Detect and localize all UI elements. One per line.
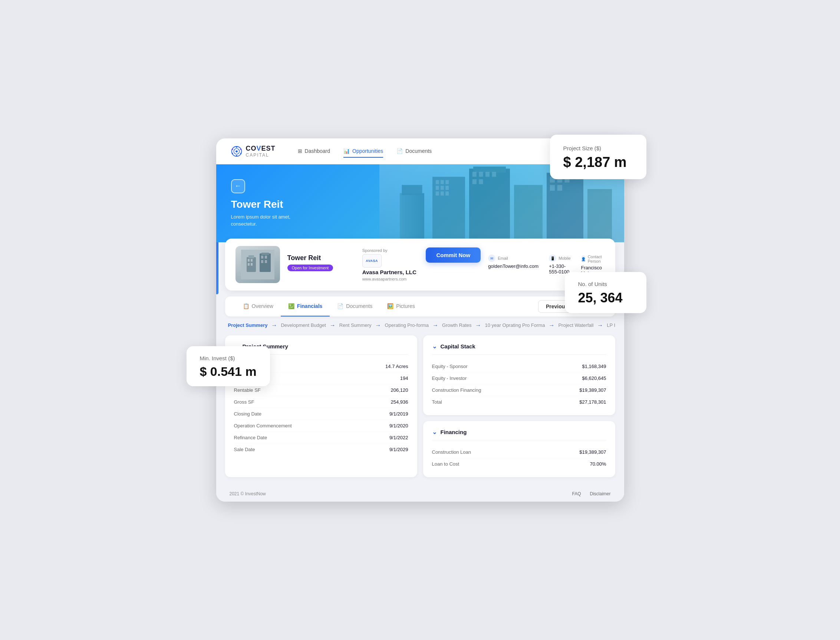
svg-point-4 bbox=[240, 149, 241, 150]
capital-stack-section: ⌄ Capital Stack Equity - Sponsor $1,168,… bbox=[423, 335, 615, 415]
sponsored-label: Sponsored by bbox=[363, 248, 419, 253]
sponsored-section: Sponsored by AVASA Avasa Partners, LLC w… bbox=[363, 248, 419, 281]
refinance-date-label: Refinance Date bbox=[234, 435, 267, 440]
email-icon: ✉ bbox=[488, 254, 495, 262]
footer: 2021 © InvestNow FAQ Disclaimer bbox=[216, 486, 624, 502]
investment-badge: Open for Investment bbox=[287, 264, 334, 271]
arrow-1: → bbox=[271, 322, 277, 329]
gross-sf-value: 254,936 bbox=[391, 399, 408, 405]
table-row: Gross SF 254,936 bbox=[234, 396, 408, 408]
main-grid: ⌄ Project Summery Site 14.7 Acres Units … bbox=[225, 335, 615, 486]
project-size-card: Project Size ($) $ 2,187 m bbox=[550, 135, 647, 179]
svg-rect-25 bbox=[441, 192, 444, 195]
tab-financials-label: Financials bbox=[297, 303, 322, 309]
equity-sponsor-label: Equity - Sponsor bbox=[432, 363, 468, 369]
tabs-list: 📋 Overview 💹 Financials 📄 Documents 🖼️ P… bbox=[235, 296, 538, 317]
svg-rect-11 bbox=[402, 185, 422, 195]
op-commence-value: 9/1/2020 bbox=[390, 423, 408, 429]
subtab-growth-rates[interactable]: Growth Rates bbox=[439, 321, 474, 330]
nav-dashboard[interactable]: ⊞ Dashboard bbox=[298, 145, 331, 158]
capital-stack-title: Capital Stack bbox=[441, 343, 476, 349]
back-button[interactable]: ← bbox=[231, 179, 245, 193]
subtabs-bar: Project Summery → Development Budget → R… bbox=[225, 321, 615, 331]
tab-financials[interactable]: 💹 Financials bbox=[281, 296, 330, 317]
subtab-rent-summary[interactable]: Rent Summery bbox=[336, 321, 375, 330]
app-container: COVEST CAPITAL ⊞ Dashboard 📊 Opportuniti… bbox=[216, 138, 624, 502]
svg-rect-28 bbox=[479, 172, 483, 177]
svg-rect-22 bbox=[441, 186, 444, 190]
hero-subtitle: Lorem ipsum dolor sit amet, consectetur. bbox=[231, 213, 313, 228]
arrow-6: → bbox=[548, 322, 554, 329]
subtab-project-waterfall[interactable]: Project Waterfall bbox=[555, 321, 596, 330]
mobile-label: Mobile bbox=[559, 256, 570, 261]
refinance-date-value: 9/1/2022 bbox=[390, 435, 408, 440]
subtab-10yr-proforma[interactable]: 10 year Oprating Pro Forma bbox=[482, 321, 548, 330]
tab-documents-label: Documents bbox=[346, 303, 372, 309]
svg-rect-40 bbox=[249, 255, 254, 258]
table-row: Total $27,178,301 bbox=[432, 396, 606, 408]
loan-to-cost-value: 70.00% bbox=[590, 461, 606, 467]
arrow-7: → bbox=[597, 322, 603, 329]
financing-section: ⌄ Financing Construction Loan $19,389,30… bbox=[423, 421, 615, 477]
email-label: Email bbox=[498, 256, 508, 261]
logo[interactable]: COVEST CAPITAL bbox=[230, 144, 276, 158]
svg-rect-32 bbox=[479, 179, 483, 184]
footer-links: FAQ Disclaimer bbox=[572, 491, 610, 496]
svg-rect-16 bbox=[547, 173, 583, 243]
subtab-growth-rates-label: Growth Rates bbox=[442, 322, 471, 328]
dashboard-icon: ⊞ bbox=[298, 148, 302, 154]
svg-rect-37 bbox=[557, 185, 562, 191]
svg-rect-24 bbox=[435, 192, 439, 195]
construction-financing-label: Construction Financing bbox=[432, 387, 481, 393]
subtab-operating-proforma[interactable]: Operating Pro-forma bbox=[382, 321, 432, 330]
chevron-down-icon-3: ⌄ bbox=[432, 429, 437, 435]
hero-content: ← Tower Reit Lorem ipsum dolor sit amet,… bbox=[216, 179, 327, 228]
arrow-4: → bbox=[433, 322, 438, 329]
svg-rect-44 bbox=[251, 259, 252, 262]
table-row: Closing Date 9/1/2019 bbox=[234, 408, 408, 420]
sale-date-value: 9/1/2029 bbox=[390, 447, 408, 452]
table-row: Loan to Cost 70.00% bbox=[432, 458, 606, 470]
property-name-section: Tower Reit Open for Investment bbox=[287, 254, 355, 275]
svg-rect-43 bbox=[248, 259, 249, 262]
svg-point-8 bbox=[232, 149, 233, 150]
tab-documents[interactable]: 📄 Documents bbox=[330, 296, 380, 317]
subtab-operating-proforma-label: Operating Pro-forma bbox=[385, 322, 429, 328]
subtab-project-summary[interactable]: Project Summery bbox=[225, 321, 271, 330]
subtab-lp-investor-label: LP Investor Returns bbox=[607, 322, 615, 328]
table-row: Sale Date 9/1/2029 bbox=[234, 444, 408, 455]
svg-point-3 bbox=[236, 146, 237, 148]
right-column: ⌄ Capital Stack Equity - Sponsor $1,168,… bbox=[423, 335, 615, 477]
subtab-dev-budget[interactable]: Development Budget bbox=[278, 321, 329, 330]
equity-investor-value: $6,620,645 bbox=[582, 376, 606, 381]
project-size-label: Project Size ($) bbox=[563, 145, 633, 151]
table-row: Operation Commencement 9/1/2020 bbox=[234, 420, 408, 432]
construction-loan-label: Construction Loan bbox=[432, 449, 471, 455]
svg-point-7 bbox=[232, 152, 233, 154]
subtab-10yr-proforma-label: 10 year Oprating Pro Forma bbox=[485, 322, 545, 328]
contact-person-label: Contact Person bbox=[588, 254, 605, 263]
disclaimer-link[interactable]: Disclaimer bbox=[590, 491, 610, 496]
svg-rect-30 bbox=[492, 172, 496, 177]
subtab-lp-investor[interactable]: LP Investor Returns bbox=[604, 321, 615, 330]
nav-opportunities[interactable]: 📊 Opportunities bbox=[343, 145, 383, 158]
project-size-value: $ 2,187 m bbox=[563, 154, 633, 170]
faq-link[interactable]: FAQ bbox=[572, 491, 581, 496]
svg-rect-27 bbox=[472, 172, 476, 177]
avasa-logo: AVASA bbox=[363, 254, 382, 267]
subtab-dev-budget-label: Development Budget bbox=[281, 322, 326, 328]
commit-now-button[interactable]: Commit Now bbox=[426, 248, 481, 263]
tab-pictures[interactable]: 🖼️ Pictures bbox=[380, 296, 422, 317]
svg-rect-15 bbox=[514, 185, 543, 243]
svg-rect-31 bbox=[472, 179, 476, 184]
rentable-sf-value: 206,120 bbox=[391, 387, 408, 393]
op-commence-label: Operation Commencement bbox=[234, 423, 292, 429]
pictures-icon: 🖼️ bbox=[387, 303, 393, 309]
svg-point-6 bbox=[236, 155, 237, 156]
nav-documents[interactable]: 📄 Documents bbox=[396, 145, 432, 158]
construction-financing-value: $19,389,307 bbox=[579, 387, 606, 393]
tab-overview[interactable]: 📋 Overview bbox=[235, 296, 281, 317]
min-invest-card: Min. Invest ($) $ 0.541 m bbox=[187, 346, 270, 386]
property-thumbnail bbox=[241, 250, 275, 279]
rentable-sf-label: Rentable SF bbox=[234, 387, 261, 393]
